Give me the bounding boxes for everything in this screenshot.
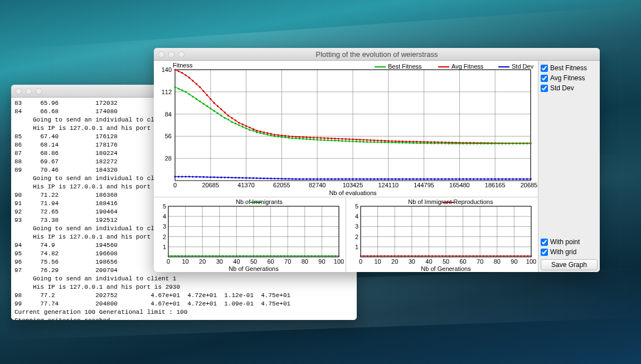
svg-point-476 — [401, 255, 402, 256]
svg-point-492 — [455, 255, 457, 256]
svg-point-419 — [311, 255, 312, 256]
avg-fitness-checkbox[interactable]: Avg Fitness — [541, 74, 598, 82]
svg-point-188 — [366, 141, 368, 143]
svg-point-386 — [198, 255, 200, 256]
with-point-checkbox[interactable]: With point — [541, 238, 598, 246]
svg-point-226 — [501, 143, 503, 144]
svg-text:206850: 206850 — [521, 182, 537, 188]
svg-point-413 — [290, 255, 292, 256]
svg-point-276 — [320, 178, 322, 180]
svg-point-261 — [266, 177, 268, 179]
checkbox[interactable] — [541, 65, 548, 72]
titlebar[interactable]: Plotting of the evolution of weierstrass — [154, 48, 600, 61]
svg-point-288 — [363, 178, 365, 180]
save-graph-button[interactable]: Save Graph — [541, 259, 598, 270]
checkbox-label: With point — [550, 238, 580, 246]
svg-point-217 — [469, 143, 471, 144]
plot-window[interactable]: Plotting of the evolution of weierstrass… — [154, 48, 600, 272]
svg-point-90 — [377, 139, 378, 141]
checkbox[interactable] — [541, 239, 548, 246]
minimize-icon[interactable] — [168, 51, 174, 57]
svg-point-201 — [412, 142, 414, 144]
svg-point-471 — [384, 255, 385, 256]
close-icon[interactable] — [16, 88, 22, 94]
svg-point-304 — [420, 178, 421, 180]
svg-point-165 — [284, 137, 286, 138]
svg-point-479 — [411, 255, 412, 256]
svg-point-284 — [348, 178, 350, 180]
svg-point-57 — [260, 130, 261, 132]
svg-point-58 — [263, 132, 265, 133]
svg-point-300 — [405, 178, 407, 180]
svg-point-183 — [348, 140, 350, 142]
svg-point-334 — [526, 178, 528, 180]
svg-point-412 — [287, 255, 288, 256]
svg-point-63 — [281, 134, 283, 136]
svg-point-56 — [256, 130, 258, 132]
svg-point-240 — [192, 176, 193, 177]
svg-text:4: 4 — [163, 213, 166, 220]
svg-point-36 — [185, 74, 187, 76]
svg-point-66 — [292, 135, 293, 137]
svg-point-80 — [341, 138, 343, 139]
svg-point-491 — [452, 255, 453, 256]
svg-point-170 — [302, 138, 304, 139]
svg-point-151 — [235, 123, 236, 124]
svg-point-166 — [288, 137, 290, 139]
svg-point-335 — [530, 178, 531, 180]
checkbox[interactable] — [541, 75, 548, 82]
svg-point-43 — [210, 98, 211, 100]
svg-point-477 — [404, 255, 405, 256]
svg-point-384 — [192, 255, 193, 256]
zoom-icon[interactable] — [178, 51, 184, 57]
with-grid-checkbox[interactable]: With grid — [541, 248, 598, 256]
svg-point-410 — [280, 255, 281, 256]
svg-point-415 — [297, 255, 298, 256]
svg-point-301 — [409, 178, 410, 180]
svg-text:28: 28 — [165, 155, 172, 162]
svg-point-65 — [288, 135, 290, 137]
svg-point-70 — [305, 137, 307, 138]
checkbox[interactable] — [541, 249, 548, 256]
std-dev-checkbox[interactable]: Std Dev — [541, 84, 598, 92]
svg-text:60: 60 — [267, 258, 274, 265]
minimize-icon[interactable] — [26, 88, 32, 94]
svg-point-319 — [473, 178, 474, 180]
svg-point-271 — [302, 178, 304, 180]
svg-point-200 — [409, 142, 410, 144]
zoom-icon[interactable] — [36, 88, 42, 94]
svg-text:Avg Fitness: Avg Fitness — [451, 63, 484, 70]
svg-point-233 — [526, 143, 528, 144]
svg-point-294 — [384, 178, 386, 180]
svg-point-59 — [266, 132, 268, 134]
svg-point-293 — [380, 178, 382, 180]
svg-point-143 — [206, 105, 208, 107]
svg-point-75 — [323, 137, 325, 139]
checkbox[interactable] — [541, 85, 548, 92]
svg-point-52 — [242, 123, 244, 125]
svg-point-214 — [459, 143, 460, 144]
svg-point-329 — [508, 178, 510, 180]
svg-point-144 — [210, 108, 211, 109]
svg-point-62 — [277, 134, 279, 136]
svg-point-181 — [341, 140, 343, 142]
svg-point-290 — [370, 178, 371, 180]
svg-point-223 — [491, 143, 492, 144]
svg-point-61 — [274, 134, 275, 135]
svg-point-210 — [444, 143, 446, 144]
svg-point-299 — [402, 178, 404, 180]
best-fitness-checkbox[interactable]: Best Fitness — [541, 64, 598, 72]
close-icon[interactable] — [158, 51, 164, 57]
svg-point-138 — [188, 93, 190, 95]
svg-point-509 — [513, 255, 514, 256]
svg-point-313 — [451, 178, 453, 180]
svg-point-389 — [208, 255, 210, 256]
svg-point-317 — [466, 178, 468, 180]
svg-point-323 — [487, 178, 489, 180]
svg-text:4: 4 — [355, 213, 358, 220]
svg-point-406 — [266, 255, 268, 256]
svg-point-422 — [321, 255, 322, 256]
svg-point-160 — [266, 134, 268, 135]
desktop: wei… 83 65.96 172032 84 66.68 174080 Goi… — [0, 0, 641, 364]
svg-point-394 — [226, 255, 227, 256]
